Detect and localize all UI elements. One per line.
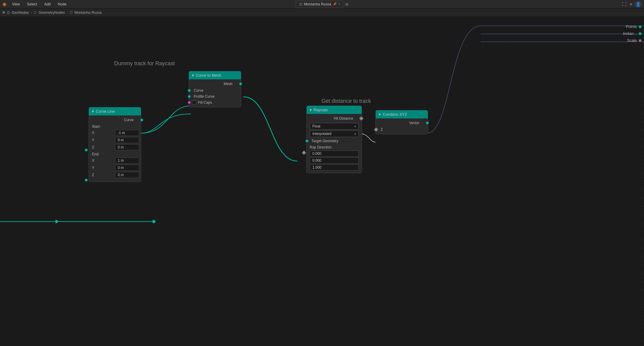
combine-xyz-collapse-icon[interactable]: ▾ <box>379 112 381 117</box>
right-output-instan-socket[interactable] <box>639 32 642 35</box>
curve-line-start-x-row: X -1 m <box>92 130 139 136</box>
raycast-title: Raycast <box>314 108 328 112</box>
curve-line-end-z-input[interactable]: 0 m <box>115 172 139 178</box>
curve-to-mesh-profile-input-socket[interactable] <box>188 95 191 98</box>
curve-line-output-label: Curve <box>124 118 134 122</box>
curve-line-end-y-row: Y 0 m <box>92 165 139 171</box>
raycast-interpolated-dropdown[interactable]: Interpolated ▾ <box>310 130 359 137</box>
raycast-target-geometry-socket[interactable] <box>305 139 308 142</box>
curve-line-end-x-row: X 1 m <box>92 158 139 164</box>
tab-icon: ◫ <box>299 2 302 6</box>
curve-to-mesh-fillcaps-label: Fill Caps <box>198 100 212 105</box>
menu-node[interactable]: Node <box>56 2 68 7</box>
curve-line-header[interactable]: ▾ Curve Line <box>89 107 141 115</box>
curve-line-start-label: Start: <box>92 124 139 129</box>
menu-add[interactable]: Add <box>42 2 52 7</box>
section-dummy-label: Dummy track for Raycast <box>114 60 175 67</box>
top-right-controls: ⛶ ≡ 👤 <box>618 0 644 8</box>
menu-select[interactable]: Select <box>25 2 39 7</box>
raycast-ray-direction-label: Ray Direction: <box>310 145 332 149</box>
fullscreen-icon[interactable]: ⛶ <box>621 1 627 7</box>
raycast-ray-direction-row: Ray Direction: <box>310 145 359 149</box>
user-icon[interactable]: 👤 <box>635 1 642 8</box>
right-output-points-socket[interactable] <box>639 25 642 28</box>
curve-to-mesh-collapse-icon[interactable]: ▾ <box>192 73 194 78</box>
combine-xyz-z-label: Z <box>381 127 383 132</box>
right-output-instan: Instan... <box>623 31 642 36</box>
raycast-hit-distance-label: Hit Distance <box>334 116 353 121</box>
combine-xyz-z-input-socket[interactable] <box>374 127 378 132</box>
curve-line-end-input-socket[interactable] <box>85 179 88 182</box>
menu-bar: ◉ View Select Add Node ◫ Montanha Russa … <box>0 0 644 8</box>
right-output-scale: Scale <box>627 38 642 43</box>
curve-line-end-z-label: Z <box>92 173 94 177</box>
breadcrumb-node-icon: ⬡ <box>70 11 73 14</box>
curve-line-end-z-row: Z 0 m <box>92 172 139 178</box>
right-output-scale-label: Scale <box>627 38 637 43</box>
breadcrumb-geonodes[interactable]: GeoNodes <box>12 11 29 15</box>
curve-line-start-z-row: Z 0 m <box>92 144 139 150</box>
tab-label: Montanha Russa <box>304 2 331 6</box>
breadcrumb-home-icon: ⊞ <box>2 11 5 14</box>
raycast-ray-x-field[interactable]: 0.000 <box>310 151 359 157</box>
tab-pin-icon[interactable]: 📌 <box>333 2 336 6</box>
right-output-scale-socket[interactable] <box>639 39 642 42</box>
tab-close-button[interactable]: × <box>338 2 340 6</box>
breadcrumb: ⊞ ◫ GeoNodes › ⬡ GeometryNodes › ⬡ Monta… <box>0 8 644 17</box>
curve-line-end-y-input[interactable]: 0 m <box>115 165 139 171</box>
raycast-target-geometry-label: Target Geometry <box>311 139 338 143</box>
curve-to-mesh-header[interactable]: ▾ Curve to Mesh <box>189 71 241 79</box>
node-combine-xyz: ▾ Combine XYZ Vector Z <box>375 110 428 134</box>
curve-line-start-y-row: Y 0 m <box>92 137 139 143</box>
curve-to-mesh-output-label: Mesh <box>224 82 232 86</box>
breadcrumb-sep-2: › <box>67 11 68 15</box>
raycast-ray-y-field[interactable]: 0.000 <box>310 158 359 164</box>
curve-line-start-z-input[interactable]: 0 m <box>115 144 139 150</box>
bottom-curve-point <box>152 220 156 223</box>
new-tab-button[interactable]: ⊕ <box>345 2 349 7</box>
raycast-collapse-icon[interactable]: ▾ <box>310 108 312 112</box>
breadcrumb-sep-1: › <box>31 11 32 15</box>
curve-line-end-x-label: X <box>92 158 94 163</box>
node-curve-to-mesh: ▾ Curve to Mesh Mesh Curve Profile Curve <box>189 71 241 107</box>
breadcrumb-geometry-nodes[interactable]: GeometryNodes <box>38 11 65 15</box>
raycast-ray-direction-socket[interactable] <box>302 151 306 155</box>
combine-xyz-header[interactable]: ▾ Combine XYZ <box>376 110 428 118</box>
curve-line-start-x-input[interactable]: -1 m <box>115 130 139 136</box>
curve-to-mesh-profile-label: Profile Curve <box>194 94 214 99</box>
curve-line-start-y-input[interactable]: 0 m <box>115 137 139 143</box>
curve-to-mesh-fillcaps-checkbox[interactable] <box>192 100 196 105</box>
curve-line-start-y-label: Y <box>92 138 94 142</box>
blender-icon: ◉ <box>2 1 7 7</box>
curve-to-mesh-curve-input-socket[interactable] <box>188 89 191 92</box>
settings-icon[interactable]: ≡ <box>629 1 633 7</box>
breadcrumb-geo-icon: ◫ <box>7 11 10 14</box>
raycast-float-dropdown[interactable]: Float ▾ <box>310 123 359 130</box>
menu-view[interactable]: View <box>10 2 22 7</box>
node-canvas[interactable]: Dummy track for Raycast Get distance to … <box>0 17 644 346</box>
svg-marker-1 <box>56 219 59 224</box>
raycast-ray-z-field[interactable]: 1.000 <box>310 164 359 170</box>
curve-line-end-y-label: Y <box>92 166 94 170</box>
curve-line-start-input-socket[interactable] <box>85 149 88 152</box>
combine-xyz-vector-output-socket[interactable] <box>426 121 429 124</box>
tab-montanha-russa[interactable]: ◫ Montanha Russa 📌 × <box>295 1 344 8</box>
curve-to-mesh-title: Curve to Mesh <box>196 73 221 78</box>
raycast-header[interactable]: ▾ Raycast <box>307 106 362 114</box>
curve-to-mesh-mesh-output-socket[interactable] <box>239 82 242 85</box>
raycast-hit-distance-output-socket[interactable] <box>359 116 363 121</box>
raycast-float-dropdown-arrow: ▾ <box>354 125 356 128</box>
breadcrumb-geom-icon: ⬡ <box>34 11 37 14</box>
breadcrumb-montanha-russa[interactable]: Montanha Russa <box>74 11 102 15</box>
combine-xyz-title: Combine XYZ <box>383 112 407 117</box>
right-output-points-label: Points <box>626 24 637 29</box>
right-output-panel: Points Instan... Scale <box>623 24 644 43</box>
combine-xyz-output-label: Vector <box>409 121 419 125</box>
curve-to-mesh-curve-label: Curve <box>194 88 203 93</box>
curve-line-end-x-input[interactable]: 1 m <box>115 158 139 164</box>
curve-to-mesh-fillcaps-socket[interactable] <box>188 101 191 104</box>
curve-line-start-z-label: Z <box>92 145 94 149</box>
curve-line-collapse-icon[interactable]: ▾ <box>92 109 94 114</box>
curve-line-end-label: End: <box>92 152 139 156</box>
curve-line-curve-output-socket[interactable] <box>140 118 143 121</box>
